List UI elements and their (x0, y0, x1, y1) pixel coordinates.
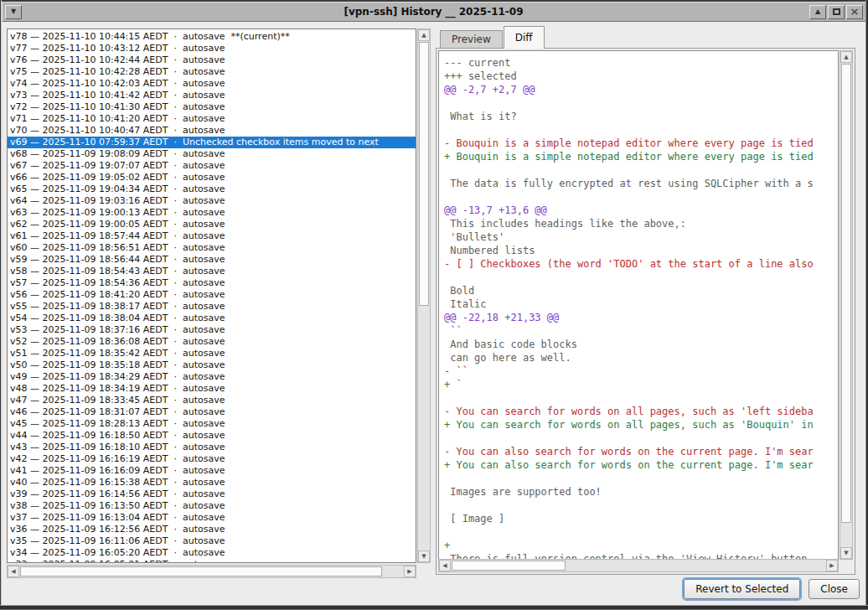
list-item[interactable]: v39 — 2025-11-09 16:14:56 AEDT · autosav… (8, 489, 416, 500)
diff-line: + You can also search for words on the c… (444, 458, 838, 472)
window-menu-button[interactable]: ▼ (5, 5, 22, 19)
diff-line: @@ -22,18 +21,33 @@ (444, 311, 838, 324)
list-item[interactable]: v77 — 2025-11-10 10:43:12 AEDT · autosav… (8, 43, 416, 54)
diff-line: +++ selected (444, 70, 838, 83)
list-item[interactable]: v63 — 2025-11-09 19:00:13 AEDT · autosav… (8, 207, 416, 219)
scroll-up-button[interactable]: ▲ (840, 51, 852, 63)
list-item[interactable]: v65 — 2025-11-09 19:04:34 AEDT · autosav… (8, 184, 416, 195)
list-item[interactable]: v42 — 2025-11-09 16:16:19 AEDT · autosav… (8, 453, 416, 465)
diff-line: - `` (444, 364, 838, 378)
list-item[interactable]: v58 — 2025-11-09 18:54:43 AEDT · autosav… (8, 266, 416, 277)
list-item[interactable]: v78 — 2025-11-10 10:44:15 AEDT · autosav… (8, 31, 416, 43)
history-vertical-scrollbar[interactable]: ▲ ▼ (417, 28, 431, 563)
scroll-down-button[interactable]: ▼ (418, 551, 430, 562)
arrow-left-icon: ◀ (442, 563, 447, 569)
list-item[interactable]: v35 — 2025-11-09 16:11:06 AEDT · autosav… (8, 535, 416, 547)
list-item[interactable]: v43 — 2025-11-09 16:18:10 AEDT · autosav… (8, 442, 416, 453)
list-item[interactable]: v53 — 2025-11-09 18:37:16 AEDT · autosav… (8, 324, 416, 336)
history-horizontal-scrollbar[interactable]: ◀ ▶ (7, 565, 416, 578)
history-hscroll-thumb[interactable] (20, 566, 382, 576)
list-item[interactable]: v51 — 2025-11-09 18:35:42 AEDT · autosav… (8, 348, 416, 359)
scroll-right-button[interactable]: ▶ (404, 566, 416, 577)
tab-preview[interactable]: Preview (440, 30, 503, 49)
list-item[interactable]: v75 — 2025-11-10 10:42:28 AEDT · autosav… (8, 66, 416, 78)
list-item[interactable]: v67 — 2025-11-09 19:07:07 AEDT · autosav… (8, 160, 416, 172)
list-item[interactable]: v73 — 2025-11-10 10:41:42 AEDT · autosav… (8, 90, 416, 101)
diff-line (444, 190, 838, 204)
list-item[interactable]: v40 — 2025-11-09 16:15:38 AEDT · autosav… (8, 477, 416, 489)
list-item[interactable]: v72 — 2025-11-10 10:41:30 AEDT · autosav… (8, 101, 416, 113)
list-item[interactable]: v55 — 2025-11-09 18:38:17 AEDT · autosav… (8, 301, 416, 313)
arrow-up-icon: ▲ (844, 54, 848, 60)
diff-line: The data is fully encrypted at rest usin… (444, 177, 838, 190)
diff-line: Italic (444, 297, 838, 311)
scroll-right-button[interactable]: ▶ (826, 560, 838, 571)
list-item[interactable]: v60 — 2025-11-09 18:56:51 AEDT · autosav… (8, 242, 416, 254)
list-item[interactable]: v45 — 2025-11-09 18:28:13 AEDT · autosav… (8, 418, 416, 430)
list-item[interactable]: v41 — 2025-11-09 16:16:09 AEDT · autosav… (8, 465, 416, 477)
list-item[interactable]: v48 — 2025-11-09 18:34:19 AEDT · autosav… (8, 383, 416, 395)
list-item[interactable]: v44 — 2025-11-09 16:18:50 AEDT · autosav… (8, 430, 416, 442)
list-item[interactable]: v71 — 2025-11-10 10:41:20 AEDT · autosav… (8, 113, 416, 125)
list-item[interactable]: v66 — 2025-11-09 19:05:02 AEDT · autosav… (8, 172, 416, 184)
revert-to-selected-button[interactable]: Revert to Selected (684, 579, 800, 599)
diff-line: @@ -13,7 +13,6 @@ (444, 204, 838, 217)
list-item[interactable]: v56 — 2025-11-09 18:41:20 AEDT · autosav… (8, 289, 416, 301)
arrow-right-icon: ▶ (407, 569, 411, 575)
version-listbox[interactable]: v78 — 2025-11-10 10:44:15 AEDT · autosav… (7, 28, 416, 563)
list-item[interactable]: v54 — 2025-11-09 18:38:04 AEDT · autosav… (8, 313, 416, 324)
diff-line: What is it? (444, 110, 838, 123)
list-item[interactable]: v33 — 2025-11-09 16:05:01 AEDT · autosav… (8, 559, 416, 563)
list-item[interactable]: v68 — 2025-11-09 19:08:09 AEDT · autosav… (8, 148, 416, 160)
list-item[interactable]: v76 — 2025-11-10 10:42:44 AEDT · autosav… (8, 54, 416, 66)
diff-line: Bold (444, 284, 838, 297)
list-item[interactable]: v46 — 2025-11-09 18:31:07 AEDT · autosav… (8, 406, 416, 418)
window-shade-icon: ▲ (815, 8, 820, 15)
window-close-button[interactable]: × (846, 5, 863, 19)
diff-line: @@ -2,7 +2,7 @@ (444, 83, 838, 96)
scroll-left-button[interactable]: ◀ (439, 560, 451, 571)
list-item[interactable]: v50 — 2025-11-09 18:35:18 AEDT · autosav… (8, 359, 416, 371)
diff-vertical-scrollbar[interactable]: ▲ ▼ (840, 50, 853, 560)
window-maximize-icon (833, 8, 840, 15)
diff-hscroll-thumb[interactable] (452, 561, 566, 571)
list-item[interactable]: v52 — 2025-11-09 18:36:08 AEDT · autosav… (8, 336, 416, 348)
list-item[interactable]: v69 — 2025-11-10 07:59:37 AEDT · Uncheck… (8, 137, 416, 148)
list-item[interactable]: v49 — 2025-11-09 18:34:29 AEDT · autosav… (8, 371, 416, 383)
window-shade-button[interactable]: ▲ (809, 5, 826, 19)
list-item[interactable]: v36 — 2025-11-09 16:12:56 AEDT · autosav… (8, 524, 416, 535)
list-item[interactable]: v61 — 2025-11-09 18:57:44 AEDT · autosav… (8, 230, 416, 242)
arrow-left-icon: ◀ (11, 569, 15, 575)
diff-line (444, 96, 838, 110)
list-item[interactable]: v34 — 2025-11-09 16:05:20 AEDT · autosav… (8, 547, 416, 559)
list-item[interactable]: v59 — 2025-11-09 18:56:44 AEDT · autosav… (8, 254, 416, 266)
scroll-up-button[interactable]: ▲ (418, 29, 430, 41)
diff-line: - You can search for words on all pages,… (444, 405, 838, 418)
diff-line (444, 472, 838, 485)
window-maximize-button[interactable] (828, 5, 845, 19)
diff-line (444, 123, 838, 137)
diff-text[interactable]: --- current+++ selected@@ -2,7 +2,7 @@ W… (438, 50, 839, 560)
list-item[interactable]: v62 — 2025-11-09 19:00:05 AEDT · autosav… (8, 219, 416, 230)
diff-vscroll-thumb[interactable] (841, 64, 851, 523)
diff-line (444, 391, 838, 405)
arrow-right-icon: ▶ (829, 563, 834, 569)
close-button[interactable]: Close (809, 579, 860, 599)
scroll-left-button[interactable]: ◀ (8, 566, 19, 577)
tab-diff[interactable]: Diff (504, 26, 545, 49)
diff-line: This includes headings like the above,: (444, 217, 838, 230)
list-item[interactable]: v37 — 2025-11-09 16:13:04 AEDT · autosav… (8, 512, 416, 524)
list-item[interactable]: v64 — 2025-11-09 19:03:16 AEDT · autosav… (8, 195, 416, 207)
list-item[interactable]: v57 — 2025-11-09 18:54:36 AEDT · autosav… (8, 277, 416, 289)
history-vscroll-thumb[interactable] (419, 42, 429, 306)
list-item[interactable]: v74 — 2025-11-10 10:42:03 AEDT · autosav… (8, 78, 416, 90)
diff-line: Numbered lists (444, 244, 838, 257)
titlebar[interactable]: ▼ [vpn-ssh] History __ 2025-11-09 ▲ × (2, 2, 865, 22)
diff-horizontal-scrollbar[interactable]: ◀ ▶ (438, 559, 839, 572)
list-item[interactable]: v38 — 2025-11-09 16:13:50 AEDT · autosav… (8, 500, 416, 512)
diff-line: + (444, 539, 838, 552)
diff-line: --- current (444, 56, 838, 70)
list-item[interactable]: v47 — 2025-11-09 18:33:45 AEDT · autosav… (8, 395, 416, 406)
list-item[interactable]: v70 — 2025-11-10 10:40:47 AEDT · autosav… (8, 125, 416, 137)
scroll-down-button[interactable]: ▼ (840, 547, 852, 559)
